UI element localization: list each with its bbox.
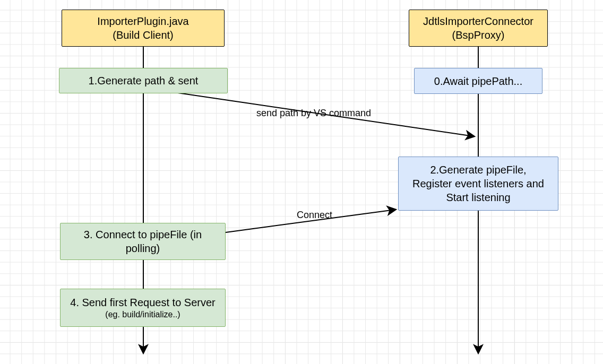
step-4-line1: 4. Send first Request to Server [70,296,215,309]
msg-connect: Connect [297,210,332,221]
left-title-2: (Build Client) [97,28,188,42]
step-2-line1: 2.Generate pipeFile, [412,163,544,177]
step-3-connect-pipefile: 3. Connect to pipeFile (in polling) [60,223,226,260]
step-4-send-first-request: 4. Send first Request to Server (eg. bui… [60,289,226,327]
step-2-generate-pipefile: 2.Generate pipeFile, Register event list… [398,157,558,211]
lifeline-header-left: ImporterPlugin.java (Build Client) [62,10,225,47]
step-1-label: 1.Generate path & sent [89,74,199,88]
msg-send-path: send path by VS command [256,108,371,119]
step-3-line2: polling) [84,241,202,255]
step-0-label: 0.Await pipePath... [434,74,522,88]
step-1-generate-path: 1.Generate path & sent [59,68,228,93]
right-title-2: (BspProxy) [423,28,533,42]
step-4-line2: (eg. build/initialize..) [70,309,215,320]
step-2-line2: Register event listeners and [412,177,544,190]
step-3-line1: 3. Connect to pipeFile (in [84,228,202,241]
right-title-1: JdtlsImporterConnector [423,14,533,28]
step-2-line3: Start listening [412,190,544,204]
left-title-1: ImporterPlugin.java [97,14,188,28]
lifeline-header-right: JdtlsImporterConnector (BspProxy) [409,10,548,47]
step-0-await-pipepath: 0.Await pipePath... [414,68,542,94]
